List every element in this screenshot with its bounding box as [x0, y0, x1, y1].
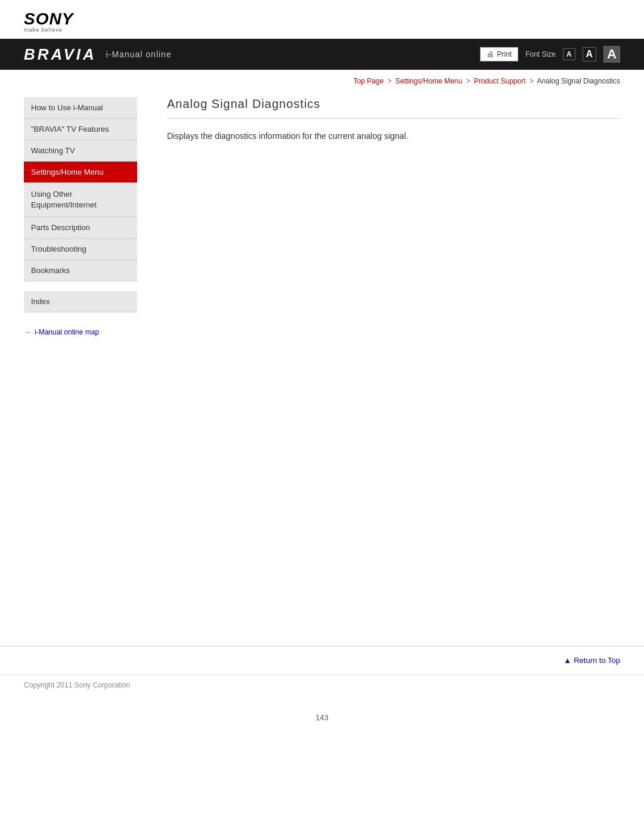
sidebar-item-bravia-features[interactable]: "BRAVIA" TV Features — [24, 119, 137, 140]
sidebar-item-index[interactable]: Index — [24, 291, 137, 312]
print-icon: 🖨 — [487, 50, 494, 58]
breadcrumb-sep-3: > — [530, 77, 534, 85]
content-area: Analog Signal Diagnostics Displays the d… — [149, 85, 620, 622]
sidebar-item-watching-tv-label: Watching TV — [31, 146, 75, 155]
copyright-bar: Copyright 2011 Sony Corporation — [0, 674, 644, 695]
imanual-map-link[interactable]: → i-Manual online map — [24, 322, 137, 336]
bravia-word: BRAVIA — [24, 45, 97, 64]
sidebar-item-bookmarks[interactable]: Bookmarks — [24, 260, 137, 281]
page-title: Analog Signal Diagnostics — [167, 97, 620, 119]
sidebar-item-using-other[interactable]: Using Other Equipment/Internet — [24, 183, 137, 217]
print-button[interactable]: 🖨 Print — [480, 47, 518, 61]
sony-logo: SONY make.believe — [24, 11, 620, 33]
footer-area: ▲ Return to Top — [0, 646, 644, 674]
font-small-button[interactable]: A — [563, 48, 575, 60]
sidebar-item-troubleshooting-label: Troubleshooting — [31, 244, 86, 253]
font-medium-button[interactable]: A — [583, 47, 597, 61]
breadcrumb-product-support[interactable]: Product Support — [474, 77, 526, 85]
breadcrumb-current: Analog Signal Diagnostics — [537, 77, 620, 85]
sidebar-item-settings-home[interactable]: Settings/Home Menu — [24, 162, 137, 183]
sidebar-item-parts-description[interactable]: Parts Description — [24, 217, 137, 239]
arrow-right-icon: → — [24, 328, 31, 336]
sony-text: SONY — [24, 11, 620, 27]
sidebar-item-settings-home-label: Settings/Home Menu — [31, 168, 103, 176]
return-to-top-link[interactable]: ▲ Return to Top — [564, 656, 620, 665]
page-description: Displays the diagnostics information for… — [167, 129, 620, 143]
sidebar: How to Use i-Manual "BRAVIA" TV Features… — [24, 85, 149, 622]
sidebar-item-index-label: Index — [31, 297, 50, 306]
sidebar-item-bravia-features-label: "BRAVIA" TV Features — [31, 125, 109, 134]
page-number: 143 — [0, 695, 644, 734]
breadcrumb-sep-1: > — [388, 77, 392, 85]
imanual-map-label: i-Manual online map — [35, 328, 99, 336]
sidebar-item-how-to-use-label: How to Use i-Manual — [31, 103, 103, 112]
return-to-top-label: Return to Top — [574, 656, 620, 665]
breadcrumb-settings[interactable]: Settings/Home Menu — [395, 77, 462, 85]
bravia-banner: BRAVIA i-Manual online 🖨 Print Font Size… — [0, 39, 644, 70]
copyright-text: Copyright 2011 Sony Corporation — [24, 681, 130, 689]
sidebar-item-troubleshooting[interactable]: Troubleshooting — [24, 239, 137, 260]
sidebar-item-parts-description-label: Parts Description — [31, 223, 90, 232]
triangle-up-icon: ▲ — [564, 656, 571, 665]
sidebar-item-using-other-label: Using Other Equipment/Internet — [31, 190, 97, 209]
font-size-label: Font Size — [525, 50, 556, 58]
bravia-title: BRAVIA i-Manual online — [24, 45, 172, 64]
sidebar-item-how-to-use[interactable]: How to Use i-Manual — [24, 97, 137, 119]
breadcrumb-top-page[interactable]: Top Page — [354, 77, 384, 85]
banner-controls: 🖨 Print Font Size A A A — [480, 46, 620, 63]
breadcrumb-sep-2: > — [466, 77, 470, 85]
sony-tagline: make.believe — [24, 27, 620, 33]
sidebar-item-bookmarks-label: Bookmarks — [31, 266, 70, 275]
breadcrumb: Top Page > Settings/Home Menu > Product … — [0, 70, 644, 85]
sidebar-item-watching-tv[interactable]: Watching TV — [24, 140, 137, 162]
top-bar: SONY make.believe — [0, 0, 644, 39]
font-large-button[interactable]: A — [603, 46, 620, 63]
main-container: How to Use i-Manual "BRAVIA" TV Features… — [0, 85, 644, 622]
bravia-subtitle: i-Manual online — [106, 49, 172, 59]
print-label: Print — [497, 50, 512, 58]
